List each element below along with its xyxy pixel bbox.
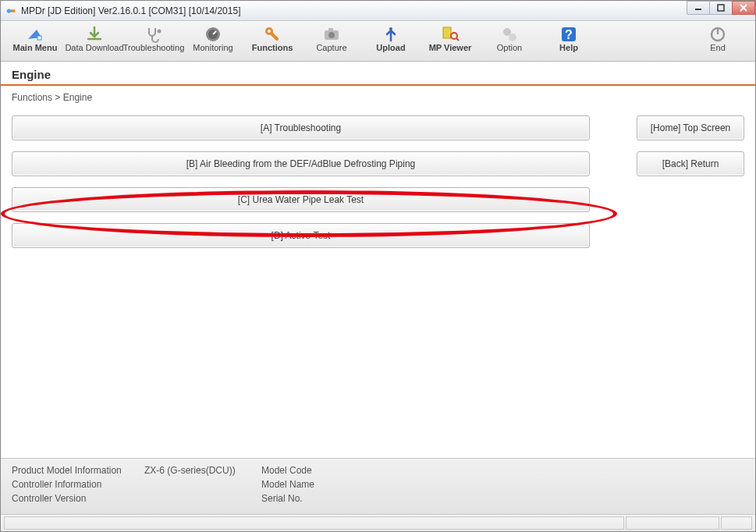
svg-text:?: ? — [565, 28, 573, 41]
function-list: [A] Troubleshooting [B] Air Bleeding fro… — [12, 115, 590, 458]
svg-point-21 — [509, 34, 516, 41]
toolbar-label: MP Viewer — [429, 44, 472, 53]
svg-rect-15 — [328, 28, 333, 31]
toolbar-label: Upload — [376, 44, 405, 53]
status-bar — [1, 514, 755, 531]
footer-info: Product Model Information ZX-6 (G-series… — [1, 458, 755, 514]
breadcrumb: Functions > Engine — [1, 86, 755, 109]
stethoscope-icon — [143, 25, 165, 44]
svg-point-7 — [158, 30, 161, 34]
svg-point-14 — [328, 32, 335, 38]
toolbar-help[interactable]: ? Help — [539, 23, 598, 53]
content-area: Engine Functions > Engine [A] Troublesho… — [1, 62, 755, 458]
main-window: MPDr [JD Edition] Ver2.16.0.1 [COM31] [1… — [0, 0, 756, 532]
window-controls — [687, 1, 755, 16]
download-icon — [83, 25, 105, 44]
svg-rect-17 — [443, 27, 451, 38]
fn-air-bleeding-button[interactable]: [B] Air Bleeding from the DEF/AdBlue Def… — [12, 151, 590, 176]
toolbar-label: End — [710, 44, 726, 53]
toolbar-label: Help — [559, 44, 578, 53]
toolbar-capture[interactable]: Capture — [302, 23, 361, 53]
svg-rect-6 — [37, 36, 41, 40]
nav-col: [Home] Top Screen [Back] Return — [637, 115, 744, 458]
upload-icon — [380, 25, 402, 44]
svg-point-16 — [389, 27, 392, 30]
footer-value — [144, 493, 261, 504]
toolbar-upload[interactable]: Upload — [361, 23, 421, 53]
toolbar-end[interactable]: End — [688, 23, 747, 53]
toolbar-label: Capture — [316, 44, 346, 53]
power-icon — [707, 25, 729, 44]
fn-urea-leak-test-button[interactable]: [C] Urea Water Pipe Leak Test — [12, 187, 590, 212]
footer-value — [144, 479, 261, 490]
minimize-button[interactable] — [687, 1, 710, 15]
svg-line-19 — [456, 38, 459, 41]
footer-label: Model Code — [261, 465, 339, 476]
gear-icon — [499, 25, 520, 44]
status-cell — [721, 516, 752, 530]
help-icon: ? — [558, 25, 580, 44]
toolbar-label: Monitoring — [193, 44, 232, 53]
toolbar-data-download[interactable]: Data Download — [65, 23, 124, 53]
toolbar-label: Data Download — [65, 44, 123, 53]
toolbar-mp-viewer[interactable]: MP Viewer — [421, 23, 480, 53]
maximize-button[interactable] — [709, 1, 733, 15]
toolbar-main-menu[interactable]: Main Menu — [5, 23, 65, 53]
home-top-screen-button[interactable]: [Home] Top Screen — [637, 115, 744, 140]
viewer-icon — [439, 25, 461, 44]
status-cell — [4, 516, 624, 530]
fn-troubleshooting-button[interactable]: [A] Troubleshooting — [12, 115, 590, 140]
status-cell — [626, 516, 719, 530]
footer-value: ZX-6 (G-series(DCU)) — [144, 465, 261, 476]
svg-rect-3 — [718, 5, 724, 11]
wrench-icon — [261, 25, 283, 44]
section-title: Engine — [1, 62, 755, 86]
svg-point-12 — [268, 30, 271, 33]
toolbar-functions[interactable]: Functions — [243, 23, 302, 53]
toolbar-label: Main Menu — [13, 44, 58, 53]
footer-label: Product Model Information — [12, 465, 144, 476]
footer-label: Serial No. — [261, 493, 339, 504]
app-icon — [5, 5, 16, 16]
footer-label: Model Name — [261, 479, 339, 490]
toolbar-option[interactable]: Option — [480, 23, 539, 53]
window-title: MPDr [JD Edition] Ver2.16.0.1 [COM31] [1… — [21, 5, 240, 16]
footer-label: Controller Information — [12, 479, 144, 490]
gauge-icon — [202, 25, 224, 44]
toolbar-label: Troubleshooting — [123, 44, 184, 53]
fn-active-test-button[interactable]: [D] Active Test — [12, 223, 590, 248]
svg-point-18 — [451, 33, 457, 39]
home-icon — [24, 25, 46, 44]
svg-point-0 — [7, 9, 11, 12]
body-row: [A] Troubleshooting [B] Air Bleeding fro… — [1, 109, 755, 458]
toolbar: Main Menu Data Download Troubleshooting … — [1, 21, 755, 62]
toolbar-monitoring[interactable]: Monitoring — [183, 23, 243, 53]
camera-icon — [321, 25, 343, 44]
toolbar-troubleshooting[interactable]: Troubleshooting — [124, 23, 183, 53]
toolbar-label: Option — [497, 44, 522, 53]
title-bar: MPDr [JD Edition] Ver2.16.0.1 [COM31] [1… — [1, 1, 755, 21]
footer-label: Controller Version — [12, 493, 144, 504]
close-button[interactable] — [732, 1, 755, 15]
back-return-button[interactable]: [Back] Return — [637, 151, 744, 176]
svg-rect-1 — [11, 9, 15, 12]
toolbar-label: Functions — [252, 44, 293, 53]
